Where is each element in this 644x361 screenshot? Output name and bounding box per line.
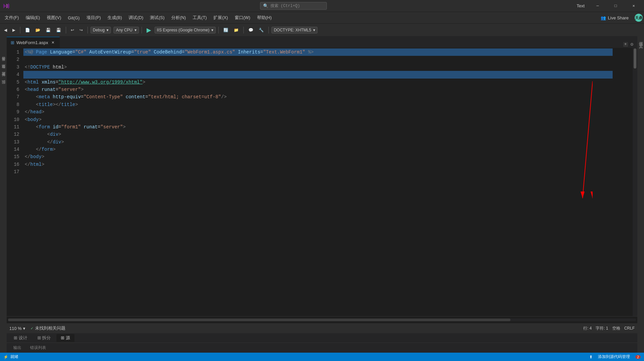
cpu-config-label: Any CPU bbox=[116, 28, 132, 32]
activity-label-1[interactable]: 服务器 bbox=[1, 63, 6, 64]
line-num-14: 14 bbox=[7, 146, 19, 153]
activity-label-4[interactable]: 团队 bbox=[1, 86, 6, 87]
menu-area: 🔍 搜索 (Ctrl+Q) bbox=[260, 2, 327, 10]
horizontal-scrollbar-thumb[interactable] bbox=[8, 319, 510, 321]
zoom-display[interactable]: 110 % ▾ bbox=[9, 326, 25, 331]
menu-project[interactable]: 项目(P) bbox=[83, 13, 104, 22]
menu-build[interactable]: 生成(B) bbox=[104, 13, 125, 22]
line-num-17: 17 bbox=[7, 168, 19, 175]
editor: 1 2 3 4 5 6 7 8 9 10 11 12 13 14 15 16 1… bbox=[7, 48, 637, 316]
menu-view[interactable]: 视图(V) bbox=[43, 13, 64, 22]
run-target-arrow: ▾ bbox=[211, 28, 213, 32]
tab-close-button[interactable]: ✕ bbox=[50, 40, 55, 45]
cpu-config-dropdown[interactable]: Any CPU ▾ bbox=[114, 27, 139, 33]
design-icon: ⊞ bbox=[14, 335, 17, 340]
horizontal-scrollbar[interactable] bbox=[8, 319, 636, 321]
line-num-3: 3 bbox=[7, 64, 19, 71]
split-icon: ⊞ bbox=[37, 335, 41, 340]
activity-label-2[interactable]: 数据库 bbox=[1, 71, 6, 72]
spaces-info: 空格 bbox=[612, 326, 620, 331]
notification-badge[interactable]: 2 bbox=[635, 355, 641, 359]
browse-button[interactable]: 📁 bbox=[232, 27, 241, 33]
refresh-button[interactable]: 🔄 bbox=[221, 27, 230, 33]
error-list-label: 错误列表 bbox=[30, 345, 46, 351]
doctype-dropdown[interactable]: DOCTYPE: XHTML5 ▾ bbox=[271, 27, 317, 33]
menu-edit[interactable]: 编辑(E) bbox=[22, 13, 43, 22]
menu-debug[interactable]: 调试(D) bbox=[125, 13, 147, 22]
source-tab[interactable]: ⊞ 源 bbox=[56, 334, 74, 342]
title-bar: 🔍 搜索 (Ctrl+Q) Text — □ ✕ bbox=[0, 0, 644, 12]
new-file-button[interactable]: 📄 bbox=[23, 27, 32, 33]
encoding-info: CRLF bbox=[624, 326, 635, 331]
save-button[interactable]: 💾 bbox=[44, 27, 53, 33]
close-button[interactable]: ✕ bbox=[626, 0, 641, 12]
source-label: 源 bbox=[66, 335, 70, 340]
line-num-8: 8 bbox=[7, 101, 19, 108]
status-bar-right: ⬆ 添加到源代码管理 2 bbox=[589, 354, 641, 360]
tab-webform1[interactable]: ⊞ WebForm1.aspx ✕ bbox=[7, 37, 60, 48]
add-tab-button[interactable]: + bbox=[623, 42, 628, 47]
tab-label: WebForm1.aspx bbox=[16, 40, 48, 45]
live-share-button[interactable]: 👥 Live Share bbox=[597, 14, 632, 22]
menu-window[interactable]: 窗口(W) bbox=[231, 13, 254, 22]
design-tabs-row: ⊞ 设计 ⊞ 拆分 ⊞ 源 bbox=[7, 333, 637, 343]
doctype-label: DOCTYPE: XHTML5 bbox=[274, 28, 311, 32]
run-target-dropdown[interactable]: IIS Express (Google Chrome) ▾ bbox=[155, 27, 216, 33]
save-all-button[interactable]: 💾 bbox=[54, 27, 63, 33]
user-avatar[interactable]: 天鼎 bbox=[635, 14, 643, 22]
maximize-button[interactable]: □ bbox=[608, 0, 623, 12]
menu-analyze[interactable]: 分析(N) bbox=[168, 13, 189, 22]
menu-bar: 文件(F) 编辑(E) 视图(V) Git(G) 项目(P) 生成(B) 调试(… bbox=[0, 12, 644, 23]
line-num-9: 9 bbox=[7, 108, 19, 116]
title-search-box[interactable]: 🔍 搜索 (Ctrl+Q) bbox=[260, 2, 327, 10]
tools-button[interactable]: 🔧 bbox=[257, 27, 266, 33]
design-tab[interactable]: ⊞ 设计 bbox=[9, 334, 32, 342]
line-num-16: 16 bbox=[7, 161, 19, 168]
zoom-arrow: ▾ bbox=[23, 326, 25, 331]
back-button[interactable]: ◀ bbox=[2, 27, 9, 33]
split-tab[interactable]: ⊞ 拆分 bbox=[33, 334, 55, 342]
code-line-13: </div> bbox=[23, 138, 613, 146]
title-bar-right: Text — □ ✕ bbox=[577, 0, 641, 12]
menu-git[interactable]: Git(G) bbox=[64, 14, 83, 22]
code-content[interactable]: <%@ Page Language="C#" AutoEventWireup="… bbox=[23, 48, 613, 316]
menu-extensions[interactable]: 扩展(X) bbox=[210, 13, 231, 22]
cpu-config-arrow: ▾ bbox=[135, 28, 137, 32]
menu-file[interactable]: 文件(F) bbox=[1, 13, 22, 22]
minimize-button[interactable]: — bbox=[590, 0, 605, 12]
source-control-button[interactable]: ⬆ bbox=[589, 355, 593, 359]
scrollbar-thumb[interactable] bbox=[634, 48, 636, 69]
menu-test[interactable]: 测试(S) bbox=[147, 13, 168, 22]
run-button[interactable]: ▶ bbox=[145, 26, 153, 34]
line-num-4: 4 bbox=[7, 71, 19, 78]
error-list-tab[interactable]: 错误列表 bbox=[26, 344, 50, 352]
line-numbers: 1 2 3 4 5 6 7 8 9 10 11 12 13 14 15 16 1… bbox=[7, 48, 23, 316]
undo-button[interactable]: ↩ bbox=[69, 27, 76, 33]
tab-bar: ⊞ WebForm1.aspx ✕ + ⚙ bbox=[7, 36, 637, 48]
design-label: 设计 bbox=[19, 335, 27, 340]
toolbar: ◀ ▶ 📄 📂 💾 💾 ↩ ↪ Debug ▾ Any CPU ▾ ▶ IIS … bbox=[0, 23, 644, 36]
open-button[interactable]: 📂 bbox=[33, 27, 42, 33]
code-line-12: <div> bbox=[23, 131, 613, 138]
arrows-annotation bbox=[573, 48, 593, 265]
user-initials: 天鼎 bbox=[635, 15, 642, 20]
menu-tools[interactable]: 工具(T) bbox=[189, 13, 210, 22]
search-icon: 🔍 bbox=[263, 3, 268, 9]
menu-help[interactable]: 帮助(H) bbox=[254, 13, 275, 22]
output-tab[interactable]: 输出 bbox=[9, 344, 25, 352]
code-line-9: </head> bbox=[23, 108, 613, 116]
comment-button[interactable]: 💬 bbox=[246, 27, 255, 33]
line-num-5: 5 bbox=[7, 79, 19, 86]
ready-text: 就绪 bbox=[10, 354, 18, 360]
activity-label-3[interactable]: 解决方案 bbox=[1, 78, 6, 80]
line-num-11: 11 bbox=[7, 123, 19, 131]
tab-icon: ⊞ bbox=[11, 40, 14, 45]
vertical-scrollbar[interactable] bbox=[633, 48, 637, 316]
debug-config-arrow: ▾ bbox=[106, 28, 109, 32]
redo-button[interactable]: ↪ bbox=[77, 27, 85, 33]
debug-config-dropdown[interactable]: Debug ▾ bbox=[90, 27, 111, 33]
forward-button[interactable]: ▶ bbox=[10, 27, 17, 33]
tab-bar-actions: + ⚙ bbox=[621, 41, 637, 48]
tab-settings-button[interactable]: ⚙ bbox=[629, 41, 635, 48]
code-line-14: </form> bbox=[23, 146, 613, 153]
